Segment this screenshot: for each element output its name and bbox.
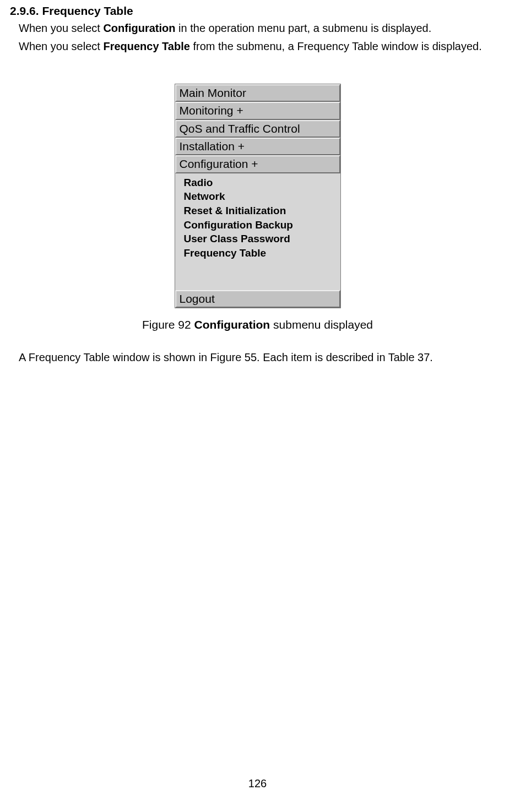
section-heading: 2.9.6. Frequency Table: [10, 4, 511, 18]
para2-text-a: When you select: [19, 40, 103, 52]
submenu-reset-initialization[interactable]: Reset & Initialization: [184, 204, 340, 218]
submenu-spacer: [184, 260, 340, 286]
configuration-submenu: Radio Network Reset & Initialization Con…: [175, 173, 340, 290]
para2-bold: Frequency Table: [103, 40, 189, 52]
paragraph-1: When you select Configuration in the ope…: [19, 21, 511, 36]
menu-main-monitor[interactable]: Main Monitor: [175, 84, 340, 102]
caption-text-a: Figure 92: [142, 318, 194, 331]
submenu-user-class-password[interactable]: User Class Password: [184, 232, 340, 246]
submenu-radio[interactable]: Radio: [184, 176, 340, 190]
menu-configuration[interactable]: Configuration +: [175, 155, 340, 173]
page-number: 126: [0, 777, 515, 790]
menu-qos-traffic-control[interactable]: QoS and Traffic Control: [175, 120, 340, 138]
paragraph-2: When you select Frequency Table from the…: [19, 39, 511, 54]
paragraph-3: A Frequency Table window is shown in Fig…: [19, 350, 511, 365]
para1-bold: Configuration: [103, 22, 175, 34]
caption-bold: Configuration: [194, 318, 270, 331]
figure-caption: Figure 92 Configuration submenu displaye…: [4, 318, 511, 331]
nav-menu: Main Monitor Monitoring + QoS and Traffi…: [175, 84, 341, 308]
submenu-network[interactable]: Network: [184, 189, 340, 204]
menu-logout[interactable]: Logout: [175, 290, 340, 308]
figure-wrap: Main Monitor Monitoring + QoS and Traffi…: [4, 84, 511, 308]
submenu-configuration-backup[interactable]: Configuration Backup: [184, 218, 340, 232]
submenu-frequency-table[interactable]: Frequency Table: [184, 246, 340, 260]
para1-text-b: in the operation menu part, a submenu is…: [176, 22, 432, 34]
para2-text-b: from the submenu, a Frequency Table wind…: [190, 40, 482, 52]
menu-monitoring[interactable]: Monitoring +: [175, 102, 340, 119]
para1-text-a: When you select: [19, 22, 103, 34]
menu-installation[interactable]: Installation +: [175, 138, 340, 155]
caption-text-b: submenu displayed: [270, 318, 373, 331]
